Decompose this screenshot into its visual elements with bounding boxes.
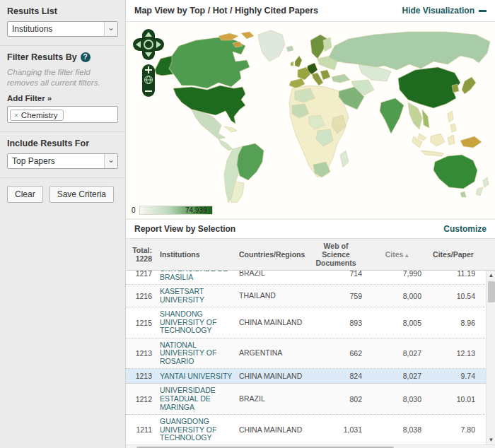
results-list-label: Results List <box>7 6 118 16</box>
map-view-title: Map View by Top / Hot / Highly Cited Pap… <box>134 6 402 16</box>
results-list-select[interactable]: Institutions ⌄ <box>7 21 118 37</box>
sort-ascending-icon: ▴ <box>405 252 408 259</box>
row-country: ARGENTINA <box>236 349 307 358</box>
table-row[interactable]: 1213YANTAI UNIVERSITYCHINA MAINLAND8248,… <box>126 369 495 384</box>
save-criteria-button[interactable]: Save Criteria <box>50 186 114 203</box>
report-title: Report View by Selection <box>134 224 443 234</box>
row-cites: 8,005 <box>369 319 429 327</box>
vertical-scrollbar[interactable]: ▲ ▼ <box>486 271 495 444</box>
add-filter-link[interactable]: Add Filter » <box>7 94 118 102</box>
institution-link[interactable]: NATIONAL UNIVERSITY OF ROSARIO <box>157 341 236 366</box>
main-panel: Map View by Top / Hot / Highly Cited Pap… <box>126 0 495 448</box>
row-wos-documents: 824 <box>307 372 369 380</box>
map-region-africa[interactable] <box>289 86 349 177</box>
map-region-north-america[interactable] <box>155 30 293 151</box>
filter-section-title: Filter Results By ? <box>7 52 118 62</box>
remove-filter-icon[interactable]: × <box>14 112 18 119</box>
table-body-wrap: 1217UNIVERSIDADE DE BRASILIABRAZIL7147,9… <box>126 271 495 444</box>
filter-section: Filter Results By ? Changing the filter … <box>0 46 125 132</box>
row-rank: 1216 <box>126 292 157 300</box>
map-region-oceania[interactable] <box>412 134 489 197</box>
row-cites-per-paper: 10.54 <box>429 292 479 300</box>
institution-link[interactable]: SHANDONG UNIVERSITY OF TECHNOLOGY <box>157 310 236 335</box>
row-country: CHINA MAINLAND <box>236 372 307 381</box>
row-cites: 8,030 <box>369 395 429 403</box>
legend-max-value: 74,939 <box>185 206 207 214</box>
chevron-down-icon: ⌄ <box>104 22 117 36</box>
table-row[interactable]: 1211GUANGDONG UNIVERSITY OF TECHNOLOGYCH… <box>126 415 495 444</box>
table-row[interactable]: 1217UNIVERSIDADE DE BRASILIABRAZIL7147,9… <box>126 271 495 285</box>
scroll-left-icon[interactable]: ◂ <box>126 445 135 448</box>
row-cites-per-paper: 8.96 <box>429 319 479 327</box>
institution-link[interactable]: KASETSART UNIVERSITY <box>157 288 236 304</box>
scroll-down-icon[interactable]: ▼ <box>487 435 495 444</box>
institution-link[interactable]: YANTAI UNIVERSITY <box>157 372 236 381</box>
row-rank: 1215 <box>126 319 157 327</box>
row-wos-documents: 802 <box>307 395 369 403</box>
institution-link[interactable]: GUANGDONG UNIVERSITY OF TECHNOLOGY <box>157 418 236 442</box>
include-results-label: Include Results For <box>7 138 118 148</box>
col-header-countries[interactable]: Countries/Regions <box>236 250 307 259</box>
row-cites-per-paper: 9.74 <box>429 372 479 380</box>
total-count: Total: 1228 <box>126 246 157 263</box>
filter-note: Changing the filter field removes all cu… <box>7 67 118 88</box>
results-list-value: Institutions <box>8 22 104 36</box>
help-icon[interactable]: ? <box>81 52 91 62</box>
row-cites: 8,027 <box>369 349 429 358</box>
row-rank: 1213 <box>126 349 157 358</box>
scroll-right-icon[interactable]: ▸ <box>486 445 495 448</box>
row-rank: 1212 <box>126 395 157 403</box>
legend-gradient-bar: 74,939 <box>139 206 213 215</box>
horizontal-scrollbar[interactable]: ◂ ▸ <box>126 444 495 448</box>
map-region-europe[interactable] <box>289 35 337 88</box>
table-row[interactable]: 1215SHANDONG UNIVERSITY OF TECHNOLOGYCHI… <box>126 307 495 338</box>
row-rank: 1213 <box>126 372 157 380</box>
institution-link[interactable]: UNIVERSIDADE DE BRASILIA <box>157 271 236 281</box>
table-row[interactable]: 1213NATIONAL UNIVERSITY OF ROSARIOARGENT… <box>126 338 495 370</box>
row-cites: 8,038 <box>369 425 429 434</box>
legend-min-value: 0 <box>132 206 136 214</box>
table-row[interactable]: 1216KASETSART UNIVERSITYTHAILAND7598,000… <box>126 285 495 307</box>
row-country: BRAZIL <box>236 395 307 403</box>
row-cites: 8,027 <box>369 372 429 380</box>
row-wos-documents: 759 <box>307 292 369 300</box>
choropleth-world-map[interactable] <box>127 26 494 203</box>
customize-link[interactable]: Customize <box>443 224 487 234</box>
col-header-wos-documents[interactable]: Web of Science Documents <box>307 242 369 267</box>
row-country: BRAZIL <box>236 271 307 277</box>
active-filters-box: × Chemistry <box>7 106 118 124</box>
col-header-institutions[interactable]: Institutions <box>157 250 236 259</box>
row-rank: 1211 <box>126 425 157 434</box>
row-country: CHINA MAINLAND <box>236 319 307 327</box>
row-cites-per-paper: 11.19 <box>429 271 479 278</box>
row-cites-per-paper: 12.13 <box>429 349 479 358</box>
filter-tag-chemistry[interactable]: × Chemistry <box>10 110 64 121</box>
map-legend: 0 74,939 <box>132 206 213 215</box>
institution-link[interactable]: UNIVERSIDADE ESTADUAL DE MARINGA <box>157 387 236 411</box>
map-region-south-america[interactable] <box>224 143 264 203</box>
scroll-up-icon[interactable]: ▲ <box>487 271 495 280</box>
col-header-cites-per-paper[interactable]: Cites/Paper <box>429 250 479 259</box>
include-results-section: Include Results For Top Papers ⌄ <box>0 132 125 178</box>
table-row[interactable]: 1212UNIVERSIDADE ESTADUAL DE MARINGABRAZ… <box>126 384 495 415</box>
map-region-asia[interactable] <box>329 32 490 141</box>
row-country: THAILAND <box>236 292 307 300</box>
report-table-body: 1217UNIVERSIDADE DE BRASILIABRAZIL7147,9… <box>126 271 495 444</box>
map-controls <box>133 29 164 97</box>
visualization-header: Map View by Top / Hot / Highly Cited Pap… <box>126 0 495 22</box>
include-results-select[interactable]: Top Papers ⌄ <box>7 153 118 169</box>
include-results-value: Top Papers <box>8 154 104 168</box>
clear-button[interactable]: Clear <box>7 186 43 203</box>
row-country: CHINA MAINLAND <box>236 426 307 435</box>
row-cites: 7,990 <box>369 271 429 278</box>
row-wos-documents: 893 <box>307 319 369 327</box>
vertical-scroll-thumb[interactable] <box>488 281 495 302</box>
filter-tag-label: Chemistry <box>21 111 58 119</box>
row-wos-documents: 714 <box>307 271 369 278</box>
row-rank: 1217 <box>126 271 157 278</box>
criteria-buttons: Clear Save Criteria <box>0 178 125 211</box>
filter-sidebar: Results List Institutions ⌄ Filter Resul… <box>0 0 126 448</box>
collapse-minus-icon <box>479 10 487 12</box>
hide-visualization-link[interactable]: Hide Visualization <box>402 6 487 16</box>
col-header-cites[interactable]: Cites ▴ <box>369 250 429 259</box>
